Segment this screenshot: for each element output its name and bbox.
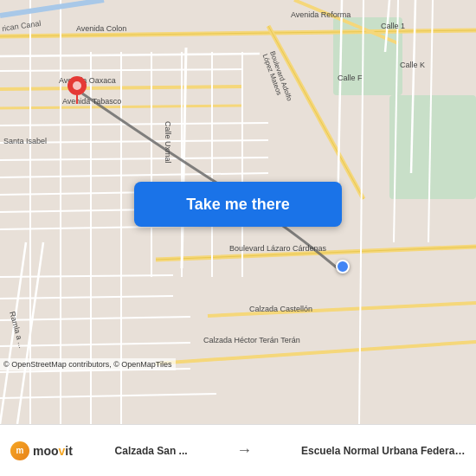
map-container: rican Canal Avenida Colon Avenida Oaxaca… [0, 0, 476, 424]
santa-isabel-label: Santa Isabel [3, 137, 47, 145]
calzada-castellon-label: Calzada Castellón [249, 305, 312, 313]
blvd-lazaro-label: Boulevard Lázaro Cárdenas [229, 244, 326, 253]
destination-location: Escuela Normal Urbana Federal De ... [301, 445, 466, 457]
origin-name: Calzada San ... [115, 445, 188, 457]
moovit-logo-text: moovit [33, 444, 73, 458]
bottom-bar: m moovit Calzada San ... → Escuela Norma… [0, 424, 476, 476]
moovit-logo-icon: m [10, 441, 29, 460]
map-attribution: © OpenStreetMap contributors, © OpenMapT… [0, 358, 176, 370]
calle-f-label: Calle F [338, 74, 363, 82]
destination-dot [336, 260, 350, 273]
avenida-colon-label: Avenida Colon [76, 24, 126, 33]
origin-location: Calzada San ... [115, 445, 188, 457]
moovit-logo: m moovit [10, 441, 73, 460]
origin-pin [68, 76, 87, 107]
calle-1-label: Calle 1 [381, 22, 405, 30]
calle-k-label: Calle K [400, 61, 425, 69]
calle-uxmal-label: Calle Uxmal [164, 121, 172, 164]
avenida-reforma-label: Avenida Reforma [291, 10, 351, 19]
svg-point-48 [73, 81, 81, 90]
take-me-there-button[interactable]: Take me there [134, 182, 342, 227]
svg-rect-2 [389, 95, 476, 199]
direction-arrow-icon: → [229, 441, 259, 460]
calzada-hector-label: Calzada Héctor Terán Terán [203, 336, 300, 344]
destination-name: Escuela Normal Urbana Federal De ... [301, 445, 466, 457]
